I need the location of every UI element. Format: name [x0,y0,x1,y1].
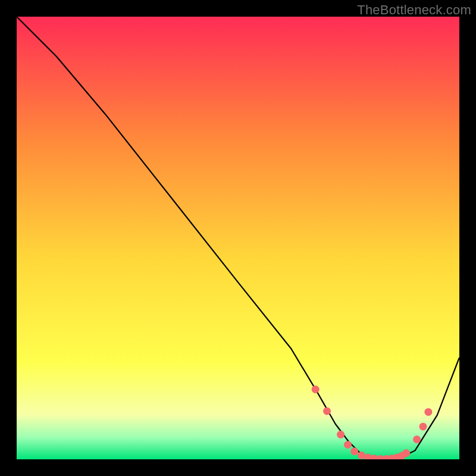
sweet-spot-dot [402,449,410,457]
sweet-spot-dot [337,431,345,439]
sweet-spot-dot [424,408,432,416]
watermark-text: TheBottleneck.com [357,2,471,18]
chart-gradient-bg [17,17,459,459]
chart-svg [17,17,459,459]
sweet-spot-dot [312,386,320,393]
sweet-spot-dot [323,407,331,415]
sweet-spot-dot [344,441,352,449]
chart-frame: TheBottleneck.com [0,0,476,476]
sweet-spot-dot [358,452,365,459]
sweet-spot-dot [419,422,427,430]
sweet-spot-dot [413,436,421,443]
chart-plot-area [17,17,459,459]
sweet-spot-dot [350,447,358,455]
